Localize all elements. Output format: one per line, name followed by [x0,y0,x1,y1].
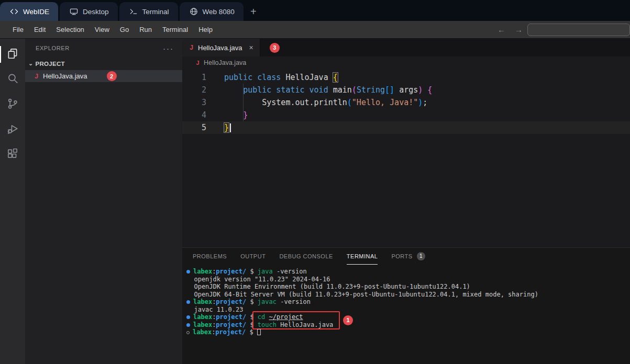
chevron-down-icon: ⌄ [28,60,34,67]
branch-icon [6,97,19,112]
terminal-text: -version [277,298,311,305]
file-name: HelloJava.java [43,72,87,80]
terminal-text: ~/project [269,313,303,321]
code-token: ( [352,85,357,95]
code-line-2: 2 public static void main(String[] args)… [182,84,630,96]
code-token [224,85,243,95]
code-line-5: 5} [182,121,630,134]
java-file-icon: J [189,44,194,51]
panel-tab-terminal[interactable]: TERMINAL [347,248,378,265]
terminal-line: labex:project/ $ touch HelloJava.java [186,321,630,329]
terminal-text: labex [193,268,212,275]
annotation-badge-1: 1 [343,315,353,325]
code-token: } [243,110,248,120]
terminal-line: openjdk version "11.0.23" 2024-04-16 [186,276,630,283]
terminal-text: touch [258,321,277,328]
terminal-text: $ [246,298,258,305]
terminal-text: java [258,268,273,275]
activity-search[interactable] [0,67,25,92]
prompt-dot-open-icon [186,331,190,334]
terminal-line: labex:project/ $ java -version [186,268,630,276]
globe-icon [189,7,198,16]
terminal-text: project/ [216,268,246,275]
history-forward-icon[interactable]: → [510,25,527,34]
file-row-hellojava[interactable]: JHelloJava.java2 [25,70,182,82]
code-token: ( [347,98,352,107]
terminal-text: labex [193,298,212,305]
extensions-icon [6,147,19,162]
panel-tab-output[interactable]: OUTPUT [240,248,266,265]
panel-tab-label: OUTPUT [240,253,266,259]
terminal[interactable]: 1 labex:project/ $ java -version openjdk… [182,265,630,364]
terminal-text: project/ [216,321,246,328]
browser-tab-terminal[interactable]: Terminal [119,2,179,21]
terminal-text: project/ [216,298,246,305]
files-icon [6,47,19,62]
new-browser-tab-button[interactable]: + [245,6,264,21]
line-number: 1 [182,71,206,84]
browser-tab-web-8080[interactable]: Web 8080 [180,2,244,21]
panel-tab-label: TERMINAL [347,253,378,259]
debug-icon [6,122,19,137]
browser-tab-desktop[interactable]: Desktop [60,2,118,21]
browser-tab-label: Terminal [142,8,169,16]
activity-bar [0,39,25,364]
code-token: public static void [243,85,333,95]
code-editor[interactable]: 1public class HelloJava {2 public static… [182,69,630,247]
activity-extensions[interactable] [0,142,25,167]
code-line-3: 3 System.out.println("Hello, Java!"); [182,96,630,109]
terminal-text [265,313,269,321]
code-text: } [206,121,231,134]
code-text: public class HelloJava { [206,71,338,84]
menu-item-terminal[interactable]: Terminal [157,24,193,36]
menu-item-run[interactable]: Run [134,24,157,36]
prompt-dot-icon [186,315,190,319]
browser-tab-label: Web 8080 [203,8,235,16]
editor-tab-hellojava[interactable]: J HelloJava.java × [182,39,260,56]
panel-tab-ports[interactable]: PORTS1 [391,248,425,265]
terminal-line: labex:project/ $ [186,328,630,336]
menu-item-go[interactable]: Go [115,24,134,36]
project-folder-label: PROJECT [36,61,65,67]
java-file-icon: J [34,73,39,80]
java-file-icon: J [195,60,201,66]
activity-source-control[interactable] [0,92,25,117]
menu-item-help[interactable]: Help [193,24,218,36]
command-search-input[interactable] [527,24,630,36]
terminal-text: project/ [215,328,246,336]
explorer-more-actions-icon[interactable]: ··· [163,44,174,53]
menu-item-selection[interactable]: Selection [51,24,89,36]
code-icon [9,7,19,16]
annotation-badge-2: 2 [107,71,117,81]
code-token: main [333,85,352,95]
ports-count-badge: 1 [417,252,425,260]
code-token: "Hello, Java!" [352,98,418,107]
activity-run-debug[interactable] [0,117,25,142]
explorer-sidebar: EXPLORER ··· ⌄ PROJECT JHelloJava.java2 [25,39,182,364]
terminal-text: labex [193,321,212,328]
panel-tab-debug-console[interactable]: DEBUG CONSOLE [279,248,333,265]
sidebar-section-project[interactable]: ⌄ PROJECT [25,58,182,70]
activity-explorer[interactable] [0,42,25,67]
editor-cursor [230,123,231,132]
terminal-text: javac 11.0.23 [186,306,243,313]
terminal-text: project/ [216,313,246,321]
code-text: public static void main(String[] args) { [206,84,432,96]
breadcrumb[interactable]: J HelloJava.java [182,56,630,69]
close-tab-icon[interactable]: × [249,43,253,52]
menu-item-file[interactable]: File [7,24,29,36]
line-number: 2 [182,84,206,96]
menu-item-edit[interactable]: Edit [29,24,51,36]
menu-bar: FileEditSelectionViewGoRunTerminalHelp ←… [0,21,630,39]
code-text: System.out.println("Hello, Java!"); [206,96,427,109]
panel-tab-problems[interactable]: PROBLEMS [193,248,227,265]
history-back-icon[interactable]: ← [493,25,510,34]
terminal-text: $ [246,328,257,336]
menu-item-view[interactable]: View [90,24,115,36]
breadcrumb-label: HelloJava.java [204,59,246,66]
code-token: public class [224,73,285,82]
browser-tab-webide[interactable]: WebIDE [0,2,59,21]
code-token: HelloJava [285,73,333,82]
code-token: ; [423,98,427,107]
code-token: [] [385,85,394,95]
